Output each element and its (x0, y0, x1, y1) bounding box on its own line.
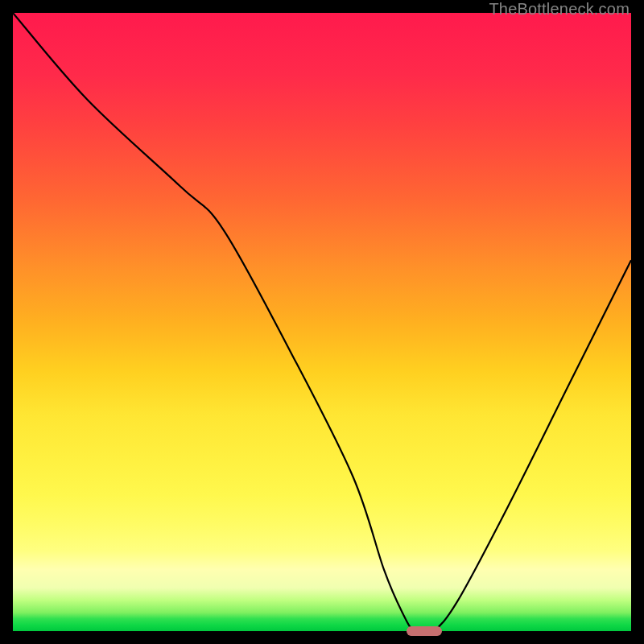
watermark-text: TheBottleneck.com (489, 0, 630, 19)
chart-container: TheBottleneck.com (0, 0, 644, 644)
optimum-marker (407, 626, 442, 636)
plot-area (13, 13, 631, 631)
bottleneck-curve (13, 13, 631, 631)
